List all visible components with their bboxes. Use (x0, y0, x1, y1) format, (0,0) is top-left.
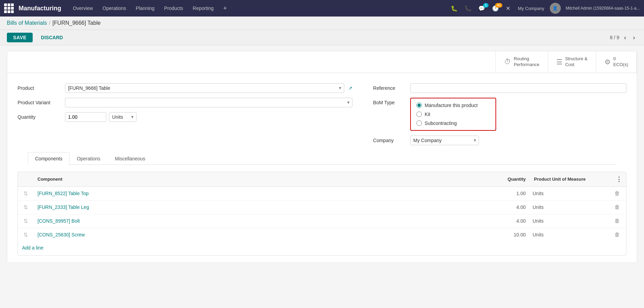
form-left-column: Product [FURN_9666] Table ▼ ↗ Product Va… (18, 83, 352, 127)
drag-handle-cell: ⇅ (18, 187, 33, 200)
quantity-unit-select[interactable]: Units (109, 112, 137, 122)
unit-cell: Units (530, 228, 605, 242)
bug-icon[interactable]: 🐛 (449, 4, 460, 13)
add-menu-icon[interactable]: + (219, 0, 231, 17)
delete-row-button[interactable]: 🗑 (612, 190, 622, 197)
quantity-cell: 10.00 (489, 228, 530, 242)
main-content: ⏱ Routing Performance ☰ Structure & Cost… (0, 45, 644, 268)
user-name: Mitchell Admin (15926664-saas-15-1-a... (566, 6, 640, 11)
save-button[interactable]: SAVE (7, 33, 33, 42)
bom-radio-kit[interactable] (416, 111, 422, 117)
prev-page-button[interactable]: ‹ (622, 33, 628, 42)
component-link[interactable]: [CONS_89957] Bolt (37, 218, 80, 224)
more-columns-icon[interactable]: ⋮ (616, 176, 622, 183)
app-brand: Manufacturing (19, 5, 61, 12)
component-cell: [FURN_8522] Table Top (33, 187, 489, 200)
drag-handle[interactable]: ⇅ (22, 232, 29, 238)
reference-value-wrapper (410, 83, 626, 93)
quantity-cell: 4.00 (489, 214, 530, 228)
delete-row-button[interactable]: 🗑 (612, 217, 622, 224)
drag-handle-cell: ⇅ (18, 200, 33, 214)
product-variant-select[interactable] (65, 98, 352, 107)
structure-label: Structure & Cost (565, 56, 588, 68)
component-link[interactable]: [CONS_25630] Screw (37, 232, 85, 237)
bom-radio-subcontracting[interactable] (416, 120, 422, 126)
bom-option-manufacture-label: Manufacture this product (425, 103, 478, 108)
quantity-cell: 4.00 (489, 200, 530, 214)
drag-handle[interactable]: ⇅ (22, 218, 29, 224)
drag-handle-cell: ⇅ (18, 214, 33, 228)
delete-row-button[interactable]: 🗑 (612, 203, 622, 211)
clock-icon[interactable]: 🕐 40 (490, 4, 501, 13)
breadcrumb-separator: / (49, 20, 50, 26)
delete-row-button[interactable]: 🗑 (612, 231, 622, 238)
product-variant-label: Product Variant (18, 100, 62, 105)
smart-buttons-row: ⏱ Routing Performance ☰ Structure & Cost… (7, 51, 637, 73)
routing-label: Routing Performance (514, 56, 539, 68)
drag-handle[interactable]: ⇅ (22, 191, 29, 197)
quantity-field-row: Quantity Units ▼ (18, 112, 352, 122)
nav-overview[interactable]: Overview (69, 0, 97, 17)
app-grid-icon[interactable] (4, 3, 14, 13)
component-link[interactable]: [FURN_8522] Table Top (37, 191, 89, 196)
breadcrumb-current: [FURN_9666] Table (52, 20, 100, 26)
ecos-icon: ⚙ (604, 58, 611, 66)
reference-input[interactable] (410, 83, 626, 93)
nav-operations[interactable]: Operations (98, 0, 130, 17)
product-select-wrapper: [FURN_9666] Table ▼ (65, 83, 344, 93)
tab-miscellaneous[interactable]: Miscellaneous (108, 152, 153, 165)
drag-handle-cell: ⇅ (18, 228, 33, 242)
col-drag-header (18, 172, 33, 187)
routing-icon: ⏱ (504, 58, 511, 66)
ecos-button[interactable]: ⚙ 0 ECO(s) (596, 51, 637, 73)
tab-operations[interactable]: Operations (69, 152, 107, 165)
add-line-button[interactable]: Add a line (18, 242, 47, 255)
tab-components[interactable]: Components (28, 152, 69, 165)
product-external-link[interactable]: ↗ (348, 85, 352, 91)
chat-icon[interactable]: 💬 5 (476, 4, 487, 13)
col-actions-header: ⋮ (605, 172, 626, 187)
company-select-wrapper: My Company ▼ (410, 136, 479, 145)
reference-label: Reference (373, 83, 407, 91)
bom-option-subcontracting-label: Subcontracting (425, 120, 457, 126)
next-page-button[interactable]: › (631, 33, 637, 42)
breadcrumb-parent[interactable]: Bills of Materials (7, 20, 47, 26)
chat-badge: 5 (483, 3, 489, 8)
form-main-row: Product [FURN_9666] Table ▼ ↗ Product Va… (18, 83, 626, 145)
unit-cell: Units (530, 214, 605, 228)
bom-option-kit[interactable]: Kit (416, 111, 490, 117)
phone-icon[interactable]: 📞 (462, 4, 473, 13)
nav-reporting[interactable]: Reporting (189, 0, 218, 17)
quantity-label: Quantity (18, 114, 62, 120)
action-bar: SAVE DISCARD 8 / 9 ‹ › (0, 30, 644, 45)
bom-type-field-row: BoM Type Manufacture this product Kit (373, 98, 626, 131)
company-select[interactable]: My Company (410, 136, 479, 145)
product-variant-select-wrapper: ▼ (65, 98, 352, 107)
component-link[interactable]: [FURN_2333] Table Leg (37, 204, 89, 210)
quantity-input[interactable] (65, 112, 106, 122)
discard-button[interactable]: DISCARD (37, 33, 67, 42)
component-cell: [FURN_2333] Table Leg (33, 200, 489, 214)
drag-handle[interactable]: ⇅ (22, 204, 29, 210)
pagination-text: 8 / 9 (610, 35, 619, 40)
nav-planning[interactable]: Planning (132, 0, 159, 17)
component-cell: [CONS_89957] Bolt (33, 214, 489, 228)
bom-type-label: BoM Type (373, 98, 407, 105)
delete-cell: 🗑 (605, 200, 626, 214)
routing-performance-button[interactable]: ⏱ Routing Performance (495, 51, 548, 73)
delete-cell: 🗑 (605, 187, 626, 200)
quantity-cell: 1.00 (489, 187, 530, 200)
user-avatar[interactable]: 👤 (550, 3, 561, 14)
pagination: 8 / 9 ‹ › (610, 33, 637, 42)
component-cell: [CONS_25630] Screw (33, 228, 489, 242)
company-name: My Company (518, 6, 544, 11)
bom-option-subcontracting[interactable]: Subcontracting (416, 120, 490, 126)
nav-products[interactable]: Products (160, 0, 187, 17)
bom-radio-manufacture[interactable] (416, 103, 422, 108)
close-icon[interactable]: ✕ (504, 4, 512, 13)
bom-option-manufacture[interactable]: Manufacture this product (416, 103, 490, 108)
col-quantity-header: Quantity (489, 172, 530, 187)
structure-cost-button[interactable]: ☰ Structure & Cost (548, 51, 596, 73)
product-select[interactable]: [FURN_9666] Table (65, 83, 344, 93)
unit-cell: Units (530, 200, 605, 214)
